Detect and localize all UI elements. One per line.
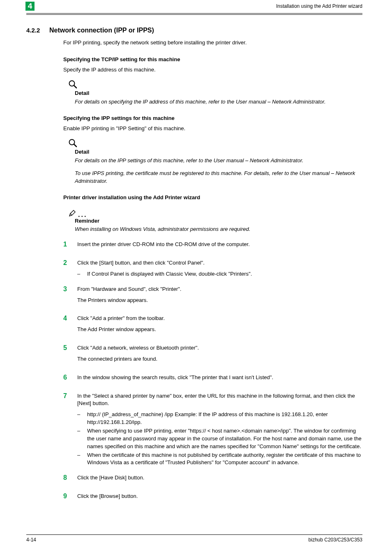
step-body: Insert the printer driver CD-ROM into th… (77, 241, 362, 252)
ipp-note-title: Detail (75, 148, 362, 156)
ipp-note-body-2: To use IPPS printing, the certificate mu… (75, 170, 358, 185)
step-line: The connected printers are found. (77, 355, 362, 363)
step-body: Click "Add a network, wireless or Blueto… (77, 344, 362, 366)
step-line: Click "Add a printer" from the toolbar. (77, 315, 362, 322)
ipp-note-body-1: For details on the IPP settings of this … (75, 157, 358, 165)
step-line: Insert the printer driver CD-ROM into th… (77, 241, 362, 249)
chapter-badge: 4 (25, 2, 35, 11)
header-rule-2 (26, 14, 362, 15)
dash-icon: – (77, 270, 87, 278)
step-number: 6 (63, 374, 77, 381)
svg-line-1 (74, 85, 76, 88)
step-sub-text: When the certificate of this machine is … (87, 451, 362, 467)
magnifier-icon (68, 138, 362, 147)
section-number: 4.2.2 (26, 26, 49, 35)
section-intro: For IPP printing, specify the network se… (63, 39, 362, 47)
step-line: The Add Printer window appears. (77, 326, 362, 334)
step-line: Click the [Start] button, and then click… (77, 259, 362, 267)
step-sub-bullet: –When specifying to use IPP printing, en… (77, 427, 362, 451)
step-line: From "Hardware and Sound", click "Printe… (77, 286, 362, 293)
reminder-title: Reminder (75, 217, 362, 225)
step-line: Click "Add a network, wireless or Blueto… (77, 344, 362, 352)
reminder-body: When installing on Windows Vista, admini… (75, 226, 358, 233)
footer-model: bizhub C203/C253/C353 (309, 537, 362, 543)
header-right-text: Installation using the Add Printer wizar… (276, 3, 362, 10)
ellipsis-icon: ... (78, 211, 87, 218)
step-body: From "Hardware and Sound", click "Printe… (77, 286, 362, 308)
step-body: In the "Select a shared printer by name"… (77, 392, 362, 467)
step-body: In the window showing the search results… (77, 374, 362, 385)
footer-page-number: 4-14 (26, 537, 36, 543)
step-row: 3From "Hardware and Sound", click "Print… (63, 286, 362, 308)
ipp-detail-note: Detail For details on the IPP settings o… (63, 138, 362, 185)
pen-icon: ... (68, 207, 362, 217)
page-footer: 4-14 bizhub C203/C253/C353 (26, 534, 362, 543)
dash-icon: – (77, 411, 87, 426)
step-row: 7In the "Select a shared printer by name… (63, 392, 362, 467)
step-number: 3 (63, 286, 77, 293)
step-sub-text: If Control Panel is displayed with Class… (87, 270, 362, 278)
step-sub-bullets: –If Control Panel is displayed with Clas… (77, 270, 362, 278)
tcpip-note-body: For details on specifying the IP address… (75, 98, 358, 106)
step-row: 4Click "Add a printer" from the toolbar.… (63, 315, 362, 337)
step-line: Click the [Browse] button. (77, 493, 362, 500)
tcpip-body: Specify the IP address of this machine. (63, 66, 362, 74)
dash-icon: – (77, 451, 87, 467)
step-row: 1Insert the printer driver CD-ROM into t… (63, 241, 362, 252)
tcpip-note-title: Detail (75, 90, 362, 97)
steps-list: 1Insert the printer driver CD-ROM into t… (63, 241, 362, 504)
step-row: 5Click "Add a network, wireless or Bluet… (63, 344, 362, 366)
step-body: Click the [Have Disk] button. (77, 474, 362, 485)
magnifier-icon (68, 80, 362, 89)
step-line: In the window showing the search results… (77, 374, 362, 382)
ipp-body: Enable IPP printing in "IPP Setting" of … (63, 125, 362, 133)
reminder-note: ... Reminder When installing on Windows … (63, 207, 362, 233)
step-number: 9 (63, 493, 77, 500)
step-line: In the "Select a shared printer by name"… (77, 392, 362, 408)
step-sub-bullets: –http:// (IP_address_of_machine) /ipp Ex… (77, 411, 362, 467)
step-body: Click the [Start] button, and then click… (77, 259, 362, 278)
tcpip-detail-note: Detail For details on specifying the IP … (63, 80, 362, 106)
step-line: Click the [Have Disk] button. (77, 474, 362, 482)
install-heading: Printer driver installation using the Ad… (63, 194, 362, 202)
step-row: 6In the window showing the search result… (63, 374, 362, 385)
page: 4 Installation using the Add Printer wiz… (0, 0, 392, 555)
ipp-heading: Specifying the IPP settings for this mac… (63, 115, 362, 122)
step-sub-bullet: –If Control Panel is displayed with Clas… (77, 270, 362, 278)
body-column: For IPP printing, specify the network se… (63, 39, 362, 504)
step-sub-text: http:// (IP_address_of_machine) /ipp Exa… (87, 411, 362, 426)
step-row: 2Click the [Start] button, and then clic… (63, 259, 362, 278)
section-title: Network connection (IPP or IPPS) (49, 25, 154, 35)
step-body: Click "Add a printer" from the toolbar.T… (77, 315, 362, 337)
step-row: 8Click the [Have Disk] button. (63, 474, 362, 485)
footer-rule (26, 534, 362, 535)
step-sub-bullet: –When the certificate of this machine is… (77, 451, 362, 467)
step-number: 2 (63, 259, 77, 267)
step-row: 9Click the [Browse] button. (63, 493, 362, 504)
svg-line-3 (74, 144, 76, 147)
step-sub-text: When specifying to use IPP printing, ent… (87, 427, 362, 451)
step-number: 1 (63, 241, 77, 248)
step-number: 4 (63, 315, 77, 322)
step-line: The Printers window appears. (77, 297, 362, 304)
tcpip-heading: Specifying the TCP/IP setting for this m… (63, 56, 362, 64)
step-number: 7 (63, 392, 77, 400)
step-body: Click the [Browse] button. (77, 493, 362, 504)
step-number: 8 (63, 474, 77, 481)
step-sub-bullet: –http:// (IP_address_of_machine) /ipp Ex… (77, 411, 362, 426)
page-header: 4 Installation using the Add Printer wiz… (26, 2, 362, 11)
section-heading-row: 4.2.2 Network connection (IPP or IPPS) (26, 25, 362, 35)
dash-icon: – (77, 427, 87, 451)
header-rule-1 (26, 13, 362, 14)
step-number: 5 (63, 344, 77, 352)
